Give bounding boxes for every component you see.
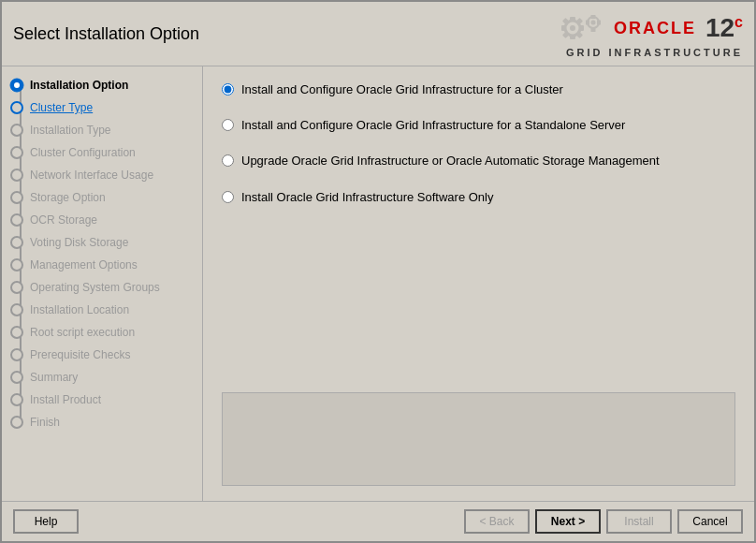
sidebar-label: OCR Storage [30, 213, 97, 227]
svg-point-23 [11, 214, 22, 226]
sidebar-label: Prerequisite Checks [30, 348, 130, 361]
sidebar-label: Root script execution [30, 326, 135, 339]
disabled-step-icon [9, 213, 24, 227]
sidebar-label: Voting Disk Storage [30, 236, 128, 249]
svg-point-32 [11, 417, 22, 428]
disabled-step-icon [9, 325, 24, 340]
svg-point-28 [11, 327, 22, 338]
sidebar-label: Summary [30, 371, 78, 384]
disabled-step-icon [9, 415, 24, 430]
sidebar-label: Installation Option [30, 79, 128, 92]
options-area: Install and Configure Oracle Grid Infras… [222, 81, 735, 383]
svg-rect-15 [597, 21, 601, 25]
svg-point-24 [11, 237, 22, 248]
header: Select Installation Option [2, 2, 754, 66]
svg-rect-3 [570, 35, 575, 39]
svg-point-20 [11, 147, 22, 158]
option-software-only-radio[interactable] [222, 191, 234, 203]
disabled-step-icon [9, 280, 24, 295]
svg-rect-4 [561, 25, 566, 31]
option-cluster[interactable]: Install and Configure Oracle Grid Infras… [222, 81, 735, 98]
svg-point-17 [14, 82, 20, 88]
disabled-step-icon [9, 145, 24, 160]
svg-point-31 [11, 394, 22, 405]
sidebar-item-finish: Finish [2, 411, 202, 433]
oracle-logo: ORACLE 12c GRID INFRASTRUCTURE [554, 9, 743, 58]
sidebar-label: Management Options [30, 258, 138, 272]
option-software-only[interactable]: Install Oracle Grid Infrastructure Softw… [222, 189, 735, 206]
option-cluster-label[interactable]: Install and Configure Oracle Grid Infras… [241, 81, 563, 98]
oracle-subtitle: GRID INFRASTRUCTURE [566, 47, 743, 58]
sidebar-item-prerequisite-checks: Prerequisite Checks [2, 344, 202, 366]
disabled-step-icon [9, 347, 24, 362]
sidebar-label: Cluster Configuration [30, 146, 136, 159]
sidebar-label: Cluster Type [30, 101, 93, 114]
svg-rect-14 [586, 21, 589, 25]
sidebar-label: Operating System Groups [30, 281, 160, 294]
option-cluster-radio[interactable] [222, 83, 234, 95]
svg-rect-2 [570, 17, 575, 22]
sidebar-label: Finish [30, 416, 60, 429]
disabled-step-icon [9, 257, 24, 272]
sidebar-item-management-options: Management Options [2, 254, 202, 276]
disabled-step-icon [9, 123, 24, 138]
option-standalone-radio[interactable] [222, 119, 234, 131]
gear-icon [554, 9, 610, 47]
svg-point-26 [11, 282, 22, 293]
option-upgrade-radio[interactable] [222, 154, 234, 167]
sidebar-item-installation-type: Installation Type [2, 119, 202, 141]
disabled-step-icon [9, 235, 24, 250]
footer-buttons: < Back Next > Install Cancel [464, 509, 743, 534]
svg-point-19 [11, 125, 22, 136]
next-button[interactable]: Next > [535, 509, 601, 534]
svg-rect-5 [579, 25, 584, 31]
back-button[interactable]: < Back [464, 509, 530, 534]
main-content: Installation Option Cluster Type [2, 66, 754, 501]
option-upgrade[interactable]: Upgrade Oracle Grid Infrastructure or Or… [222, 153, 735, 169]
sidebar-label: Installation Location [30, 303, 129, 316]
sidebar-item-storage-option: Storage Option [2, 186, 202, 209]
option-software-only-label[interactable]: Install Oracle Grid Infrastructure Softw… [241, 189, 493, 206]
disabled-step-icon [9, 392, 24, 407]
svg-point-30 [11, 372, 22, 383]
cancel-button[interactable]: Cancel [677, 509, 743, 534]
disabled-step-icon [9, 302, 24, 317]
svg-point-21 [11, 169, 22, 181]
svg-rect-12 [590, 15, 595, 19]
svg-point-1 [570, 25, 575, 31]
sidebar-item-voting-disk-storage: Voting Disk Storage [2, 231, 202, 254]
svg-point-27 [11, 304, 22, 316]
sidebar-item-install-product: Install Product [2, 389, 202, 411]
sidebar-label: Storage Option [30, 191, 106, 204]
page-title: Select Installation Option [13, 24, 199, 44]
svg-point-29 [11, 349, 22, 360]
svg-point-11 [590, 21, 595, 25]
option-standalone[interactable]: Install and Configure Oracle Grid Infras… [222, 117, 735, 134]
sidebar-label: Install Product [30, 393, 101, 406]
option-upgrade-label[interactable]: Upgrade Oracle Grid Infrastructure or Or… [241, 153, 660, 169]
install-button[interactable]: Install [606, 509, 672, 534]
info-box [222, 392, 735, 486]
sidebar-item-operating-system-groups: Operating System Groups [2, 276, 202, 299]
footer: Help < Back Next > Install Cancel [2, 501, 754, 541]
sidebar-item-installation-option[interactable]: Installation Option [2, 74, 202, 96]
help-button[interactable]: Help [13, 509, 79, 534]
svg-point-22 [11, 192, 22, 203]
sidebar-item-ocr-storage: OCR Storage [2, 209, 202, 231]
svg-point-18 [11, 102, 22, 113]
disabled-step-icon [9, 168, 24, 183]
sidebar-item-installation-location: Installation Location [2, 299, 202, 321]
main-window: Select Installation Option [0, 0, 756, 543]
oracle-version: 12c [705, 13, 743, 43]
linked-step-icon [9, 100, 24, 115]
active-step-icon [9, 78, 24, 93]
sidebar-label: Network Interface Usage [30, 169, 153, 182]
option-standalone-label[interactable]: Install and Configure Oracle Grid Infras… [241, 117, 625, 134]
disabled-step-icon [9, 370, 24, 385]
sidebar-item-network-interface-usage: Network Interface Usage [2, 164, 202, 186]
sidebar-item-cluster-configuration: Cluster Configuration [2, 141, 202, 164]
sidebar-item-summary: Summary [2, 366, 202, 389]
disabled-step-icon [9, 190, 24, 205]
sidebar-item-cluster-type[interactable]: Cluster Type [2, 96, 202, 119]
svg-point-25 [11, 259, 22, 271]
